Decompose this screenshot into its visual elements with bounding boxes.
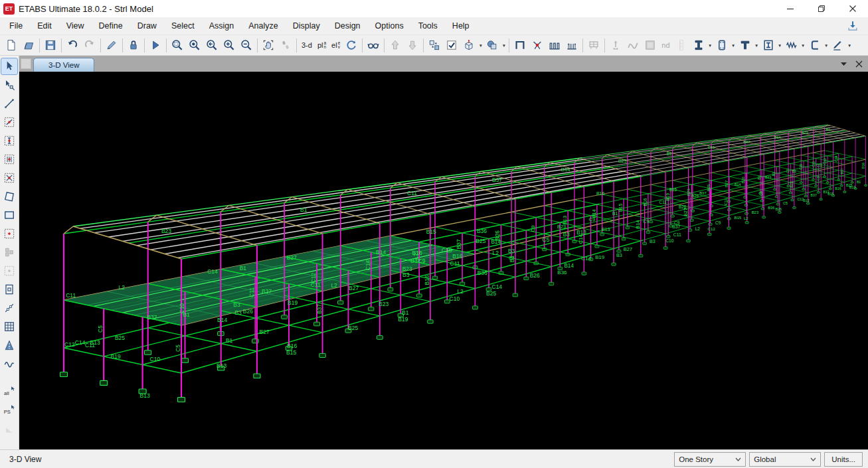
section-cut-button[interactable]: [546, 37, 563, 54]
steel-connection-design-dropdown-arrow[interactable]: ▾: [777, 42, 783, 48]
menu-item-options[interactable]: Options: [368, 19, 411, 33]
undo-button[interactable]: [64, 37, 81, 54]
menu-item-design[interactable]: Design: [327, 19, 368, 33]
shaded-display-button[interactable]: [642, 37, 659, 54]
open-model-button[interactable]: [20, 37, 37, 54]
pan-button[interactable]: [260, 37, 277, 54]
menu-item-tools[interactable]: Tools: [411, 19, 445, 33]
composite-beam-design-button[interactable]: [737, 37, 754, 54]
menu-item-define[interactable]: Define: [92, 19, 130, 33]
object-view-options-button[interactable]: [460, 37, 477, 54]
concrete-frame-design-dropdown-arrow[interactable]: ▾: [731, 42, 737, 48]
draw-wall-tool[interactable]: [1, 244, 17, 260]
svg-text:B1: B1: [509, 256, 515, 263]
tab-list-dropdown-icon[interactable]: [840, 61, 847, 66]
frame-properties-button[interactable]: [511, 37, 529, 54]
concrete-frame-design-button[interactable]: [713, 37, 731, 54]
assign-joint-button[interactable]: [529, 37, 546, 54]
move-down-button[interactable]: [404, 37, 421, 54]
view-plan-button[interactable]: plan: [315, 37, 329, 54]
draw-ramp-tool[interactable]: [1, 337, 17, 353]
shrink-objects-button[interactable]: [426, 37, 443, 54]
show-tables-button[interactable]: [585, 37, 602, 54]
perspective-toggle-button[interactable]: [365, 37, 382, 54]
draw-rectangular-floor-tool[interactable]: [1, 207, 17, 223]
close-button[interactable]: [837, 0, 868, 17]
more-select-tool[interactable]: [1, 421, 17, 437]
draw-floor-tool[interactable]: [1, 189, 17, 204]
tab-3d-view[interactable]: 3-D View: [33, 58, 94, 72]
plumb-tool-button[interactable]: [607, 37, 624, 54]
run-analysis-button[interactable]: [147, 37, 164, 54]
rotate-3d-view-button[interactable]: [343, 37, 360, 54]
model-download-icon[interactable]: [846, 19, 866, 33]
select-all-tool[interactable]: all: [1, 384, 17, 400]
restore-full-view-button[interactable]: [186, 37, 203, 54]
quick-draw-secondary-beams-tool[interactable]: [1, 151, 17, 167]
menu-item-view[interactable]: View: [59, 19, 92, 33]
menu-item-assign[interactable]: Assign: [202, 19, 242, 33]
rubber-band-zoom-button[interactable]: [169, 37, 186, 54]
shape-display-button[interactable]: [483, 37, 501, 54]
display-options-button[interactable]: [443, 37, 460, 54]
cold-formed-design-dropdown-arrow[interactable]: ▾: [824, 42, 829, 48]
viewport-3d[interactable]: B13B14B23B16B19B1B25B27B1B1B3C11C10C11C1…: [19, 72, 868, 449]
moment-display-button[interactable]: [624, 37, 642, 54]
joint-design-button[interactable]: [783, 37, 800, 54]
previous-zoom-button[interactable]: [203, 37, 220, 54]
edit-tool-button[interactable]: [103, 37, 120, 54]
cold-formed-design-button[interactable]: [806, 37, 824, 54]
deck-properties-button[interactable]: [563, 37, 580, 54]
view-elevation-button[interactable]: elev: [329, 37, 343, 54]
draw-opening-tool[interactable]: [1, 281, 17, 297]
qarea-icon: [3, 227, 16, 240]
tab-close-icon[interactable]: [855, 60, 863, 68]
svg-text:B27: B27: [287, 254, 297, 261]
menu-item-draw[interactable]: Draw: [130, 19, 164, 33]
steel-frame-design-button[interactable]: [690, 37, 707, 54]
draw-link-tool[interactable]: [1, 300, 17, 316]
move-up-button[interactable]: [387, 37, 404, 54]
ruler-display-button[interactable]: [673, 37, 690, 54]
minimize-button[interactable]: [774, 0, 806, 17]
draw-sidebar: allPS: [0, 56, 19, 449]
story-selector[interactable]: One Story: [674, 452, 746, 467]
quick-draw-column-tool[interactable]: [1, 133, 17, 149]
select-pointer-tool[interactable]: [1, 58, 17, 74]
joint-design-dropdown-arrow[interactable]: ▾: [800, 42, 806, 48]
object-view-options-dropdown-arrow[interactable]: ▾: [477, 42, 483, 48]
quick-draw-wall-tool[interactable]: [1, 263, 17, 279]
save-model-button[interactable]: [42, 37, 59, 54]
zoom-out-button[interactable]: [238, 37, 255, 54]
composite-beam-design-dropdown-arrow[interactable]: ▾: [754, 42, 760, 48]
menu-item-analyze[interactable]: Analyze: [241, 19, 285, 33]
view-3d-button[interactable]: 3-d: [299, 37, 315, 54]
walkthrough-button[interactable]: [277, 37, 294, 54]
redo-button[interactable]: [81, 37, 98, 54]
menu-item-edit[interactable]: Edit: [30, 19, 59, 33]
reshape-object-tool[interactable]: [1, 77, 17, 93]
menu-item-file[interactable]: File: [2, 19, 30, 33]
coord-system-selector[interactable]: Global: [749, 452, 821, 467]
zoom-in-button[interactable]: [220, 37, 238, 54]
steel-frame-design-dropdown-arrow[interactable]: ▾: [707, 42, 713, 48]
detailing-dropdown-arrow[interactable]: ▾: [847, 42, 853, 48]
new-model-button[interactable]: [3, 37, 20, 54]
menu-item-display[interactable]: Display: [286, 19, 327, 33]
quick-draw-floor-tool[interactable]: [1, 226, 17, 242]
nd-display-button[interactable]: nd: [659, 37, 672, 54]
draw-grid-tool[interactable]: [1, 319, 17, 335]
lock-model-button[interactable]: [125, 37, 142, 54]
menu-item-select[interactable]: Select: [164, 19, 202, 33]
quick-draw-braces-tool[interactable]: [1, 170, 17, 186]
menu-item-help[interactable]: Help: [445, 19, 477, 33]
units-button[interactable]: Units...: [824, 452, 863, 467]
shape-display-dropdown-arrow[interactable]: ▾: [501, 42, 507, 48]
draw-frame-tool[interactable]: [1, 96, 17, 112]
draw-spline-tool[interactable]: [1, 356, 17, 372]
steel-connection-design-button[interactable]: [760, 37, 777, 54]
select-previous-tool[interactable]: PS: [1, 402, 17, 418]
detailing-button[interactable]: [829, 37, 847, 54]
restore-button[interactable]: [806, 0, 837, 17]
quick-draw-frame-tool[interactable]: [1, 114, 17, 130]
